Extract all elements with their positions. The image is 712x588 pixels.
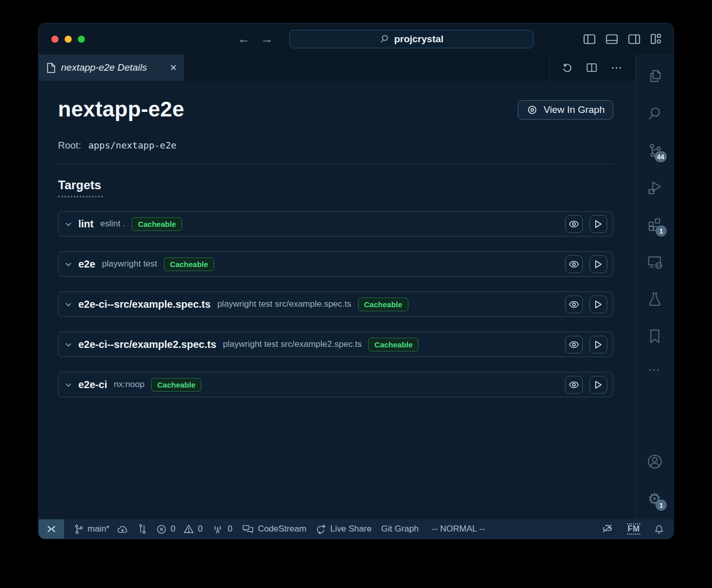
broadcast-status[interactable]: 0 bbox=[212, 524, 232, 534]
sidebar-item-remote-explorer[interactable] bbox=[636, 243, 673, 280]
git-graph-label[interactable]: Git Graph bbox=[381, 524, 419, 534]
target-row-e2e[interactable]: e2e playwright test Cacheable bbox=[58, 251, 613, 277]
target-name: e2e-ci--src/example2.spec.ts bbox=[78, 339, 216, 350]
play-icon bbox=[595, 340, 602, 349]
cacheable-badge: Cacheable bbox=[151, 378, 201, 392]
vim-mode-indicator: -- NORMAL -- bbox=[432, 524, 485, 534]
customize-layout-icon[interactable] bbox=[650, 34, 661, 44]
target-command: playwright test src/example2.spec.ts bbox=[223, 339, 362, 349]
view-target-button[interactable] bbox=[565, 376, 583, 394]
files-icon bbox=[647, 68, 663, 84]
forward-button[interactable]: → bbox=[260, 33, 273, 45]
eye-icon bbox=[569, 380, 579, 389]
codestream-label: CodeStream bbox=[258, 524, 306, 534]
target-row-e2e-ci-example[interactable]: e2e-ci--src/example.spec.ts playwright t… bbox=[58, 291, 613, 317]
settings-badge: 1 bbox=[656, 499, 667, 511]
refresh-icon[interactable] bbox=[562, 63, 573, 73]
chat-bubbles-icon bbox=[242, 524, 254, 534]
view-target-button[interactable] bbox=[565, 296, 583, 313]
extensions-badge: 1 bbox=[656, 225, 667, 237]
toggle-bottom-panel-icon[interactable] bbox=[606, 34, 618, 44]
targets-underline bbox=[58, 196, 103, 197]
sidebar-item-search[interactable] bbox=[636, 95, 673, 132]
root-label: Root: bbox=[58, 140, 81, 151]
account-icon[interactable] bbox=[636, 443, 673, 480]
toggle-left-panel-icon[interactable] bbox=[583, 34, 596, 44]
bookmark-icon bbox=[648, 329, 662, 344]
remote-indicator[interactable] bbox=[39, 519, 64, 539]
target-row-lint[interactable]: lint eslint . Cacheable bbox=[58, 211, 613, 237]
live-share-icon bbox=[316, 524, 326, 535]
target-name: e2e-ci--src/example.spec.ts bbox=[78, 299, 211, 310]
target-row-e2e-ci-example2[interactable]: e2e-ci--src/example2.spec.ts playwright … bbox=[58, 332, 613, 357]
live-share-status[interactable]: Live Share bbox=[316, 524, 371, 535]
search-icon bbox=[647, 106, 662, 121]
file-icon bbox=[47, 63, 55, 73]
root-path: apps/nextapp-e2e bbox=[88, 140, 176, 151]
chevron-down-icon[interactable] bbox=[65, 343, 72, 347]
view-in-graph-button[interactable]: View In Graph bbox=[518, 100, 613, 120]
target-command: nx:noop bbox=[114, 379, 145, 390]
target-row-e2e-ci[interactable]: e2e-ci nx:noop Cacheable bbox=[58, 372, 613, 397]
publish-cloud-icon bbox=[116, 525, 128, 534]
chevron-down-icon[interactable] bbox=[65, 303, 72, 307]
fm-indicator[interactable]: FM bbox=[627, 523, 640, 535]
view-target-button[interactable] bbox=[565, 255, 583, 273]
chevron-down-icon[interactable] bbox=[65, 262, 72, 267]
page-title: nextapp-e2e bbox=[58, 97, 184, 122]
error-icon bbox=[157, 524, 166, 534]
eye-icon bbox=[569, 300, 579, 309]
remote-explorer-icon bbox=[646, 254, 663, 270]
minimize-window-button[interactable] bbox=[65, 36, 72, 43]
sidebar-item-source-control[interactable]: 44 bbox=[636, 132, 673, 169]
maximize-window-button[interactable] bbox=[78, 36, 85, 43]
git-graph-status-icon[interactable] bbox=[138, 523, 147, 535]
titlebar: ← → projcrystal bbox=[39, 23, 673, 54]
sidebar-item-explorer[interactable] bbox=[636, 57, 673, 95]
source-control-badge: 44 bbox=[655, 151, 667, 162]
warning-icon bbox=[184, 524, 194, 534]
target-command: eslint . bbox=[100, 219, 125, 229]
view-target-button[interactable] bbox=[565, 336, 583, 354]
more-views-icon[interactable]: ⋯ bbox=[636, 355, 673, 385]
toggle-right-panel-icon[interactable] bbox=[628, 34, 640, 44]
run-target-button[interactable] bbox=[589, 336, 607, 354]
problems-status[interactable]: 0 0 bbox=[157, 524, 202, 534]
eye-icon bbox=[569, 340, 579, 349]
live-share-label: Live Share bbox=[330, 524, 371, 534]
play-icon bbox=[595, 300, 602, 309]
commit-graph-icon bbox=[138, 523, 147, 535]
split-editor-icon[interactable] bbox=[586, 63, 597, 72]
run-target-button[interactable] bbox=[589, 296, 607, 313]
cloud-offline-icon[interactable] bbox=[601, 523, 613, 535]
command-center[interactable]: projcrystal bbox=[289, 30, 533, 48]
run-target-button[interactable] bbox=[589, 255, 607, 273]
sidebar-item-extensions[interactable]: 1 bbox=[636, 206, 673, 243]
run-target-button[interactable] bbox=[589, 376, 607, 394]
close-window-button[interactable] bbox=[51, 36, 58, 43]
remote-icon bbox=[47, 525, 56, 533]
targets-heading: Targets bbox=[58, 178, 613, 192]
sidebar-item-bookmarks[interactable] bbox=[636, 317, 673, 355]
tab-title: nextapp-e2e Details bbox=[61, 62, 147, 73]
branch-name: main* bbox=[87, 524, 109, 534]
chevron-down-icon[interactable] bbox=[65, 222, 72, 226]
project-details-view: nextapp-e2e View In Graph Root: apps/nex… bbox=[39, 81, 635, 519]
settings-gear-icon[interactable]: ⚙ 1 bbox=[636, 480, 673, 517]
tab-nextapp-e2e-details[interactable]: nextapp-e2e Details ✕ bbox=[39, 54, 184, 81]
notifications-bell-icon[interactable] bbox=[654, 523, 664, 535]
run-target-button[interactable] bbox=[589, 215, 607, 233]
back-button[interactable]: ← bbox=[238, 33, 250, 45]
view-target-button[interactable] bbox=[565, 215, 583, 233]
eye-icon bbox=[569, 220, 579, 228]
activity-bar: 44 bbox=[635, 54, 673, 519]
more-actions-icon[interactable]: ⋯ bbox=[611, 62, 623, 73]
codestream-status[interactable]: CodeStream bbox=[242, 524, 306, 534]
cacheable-badge: Cacheable bbox=[164, 257, 214, 271]
sidebar-item-run-debug[interactable] bbox=[636, 169, 673, 206]
cacheable-badge: Cacheable bbox=[368, 338, 419, 351]
sidebar-item-testing[interactable] bbox=[636, 280, 673, 317]
close-tab-icon[interactable]: ✕ bbox=[170, 63, 177, 73]
git-branch-status[interactable]: main* bbox=[74, 524, 128, 535]
chevron-down-icon[interactable] bbox=[65, 383, 72, 387]
